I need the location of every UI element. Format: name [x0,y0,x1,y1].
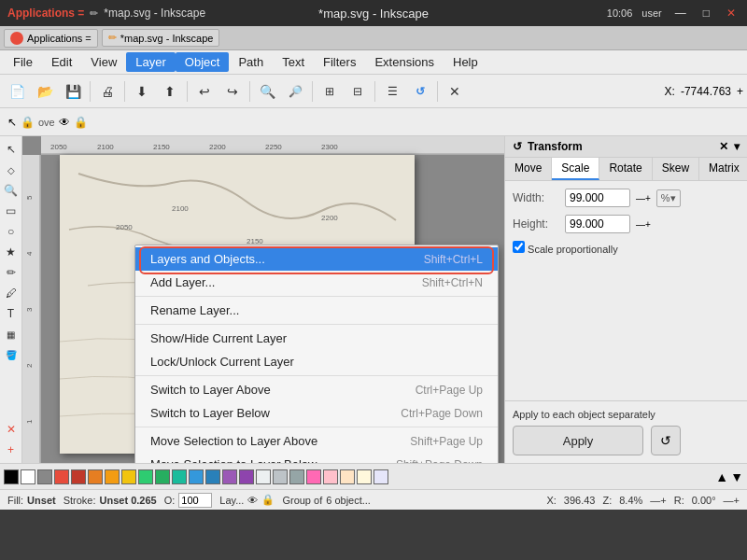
snap-btn[interactable]: ⊞ [317,78,343,105]
menu-edit[interactable]: Edit [42,52,81,72]
height-field-row: Height: —+ [513,215,740,233]
star-tool[interactable]: ★ [2,243,21,261]
color-red[interactable] [54,469,69,484]
new-btn[interactable]: 📄 [4,78,30,105]
menu-extensions[interactable]: Extensions [365,52,444,72]
plus-minus-icon: —+ [650,495,666,506]
gradient-tool[interactable]: ▦ [2,325,21,343]
zoom-tool[interactable]: 🔍 [2,181,21,200]
width-unit-select[interactable]: %▾ [656,189,681,207]
menu-item-move-sel-below[interactable]: Move Selection to Layer Below Shift+Page… [135,453,498,463]
text-tool[interactable]: T [2,304,21,323]
menu-item-lock-layer[interactable]: Lock/Unlock Current Layer [135,350,498,373]
color-lavender[interactable] [374,469,388,484]
item-label: Switch to Layer Below [150,406,270,420]
menu-item-switch-above[interactable]: Switch to Layer Above Ctrl+Page Up [135,378,498,401]
svg-text:2200: 2200 [209,143,226,151]
color-cream[interactable] [357,469,372,484]
stroke-label: Stroke: [63,495,96,506]
color-darkpurple[interactable] [239,469,254,484]
color-gray[interactable] [37,469,52,484]
color-purple[interactable] [222,469,237,484]
open-btn[interactable]: 📂 [32,78,58,105]
color-white[interactable] [21,469,35,484]
color-silver[interactable] [273,469,288,484]
node-tool[interactable]: ◇ [2,161,21,179]
width-input[interactable] [565,189,630,207]
import-btn[interactable]: ⬇ [129,78,155,105]
menu-item-show-hide-layer[interactable]: Show/Hide Current Layer [135,327,498,350]
move-label: ove [38,117,55,128]
plus-icon[interactable]: + [2,441,21,459]
canvas-area[interactable]: 2050 2100 2150 2200 2250 2300 5 4 3 2 1 [22,136,504,463]
print-btn[interactable]: 🖨 [94,78,120,105]
tab-matrix[interactable]: Matrix [699,158,747,180]
menu-item-move-sel-above[interactable]: Move Selection to Layer Above Shift+Page… [135,429,498,453]
main-toolbar: 📄 📂 💾 🖨 ⬇ ⬆ ↩ ↪ 🔍 🔎 ⊞ ⊟ ☰ ↺ ✕ X: -7744.7… [0,75,747,108]
color-arrow-up[interactable]: ▲ [715,469,728,484]
taskbar-app-item[interactable]: Applications = [4,29,98,48]
menu-text[interactable]: Text [273,52,314,72]
height-input[interactable] [565,215,630,233]
save-btn[interactable]: 💾 [60,78,86,105]
snap2-btn[interactable]: ⊟ [345,78,371,105]
menu-filters[interactable]: Filters [314,52,365,72]
panel-close-icon[interactable]: ✕ [719,140,728,153]
color-arrow-down[interactable]: ▼ [730,469,743,484]
menu-object[interactable]: Object [176,52,230,72]
taskbar-inkscape-item[interactable]: ✏ *map.svg - Inkscape [102,29,220,47]
menu-view[interactable]: View [81,52,126,72]
opacity-input[interactable] [178,493,212,508]
menu-layer[interactable]: Layer [126,52,176,72]
menu-path[interactable]: Path [229,52,273,72]
tab-skew[interactable]: Skew [653,158,699,180]
minimize-btn[interactable]: — [671,7,690,20]
maximize-btn[interactable]: □ [699,7,713,20]
color-blue[interactable] [189,469,204,484]
fill-tool[interactable]: 🪣 [2,345,21,364]
color-green[interactable] [138,469,153,484]
color-lightgray[interactable] [256,469,271,484]
color-darkblue[interactable] [205,469,220,484]
color-bisque[interactable] [340,469,355,484]
sep4 [249,81,250,102]
undo-btn[interactable]: ↩ [191,78,218,105]
redo-btn[interactable]: ↪ [219,78,246,105]
menu-help[interactable]: Help [444,52,487,72]
export-btn[interactable]: ⬆ [157,78,183,105]
pencil-tool[interactable]: ✏ [2,263,21,282]
rect-tool[interactable]: ▭ [2,202,21,220]
zoom-in-btn[interactable]: 🔍 [254,78,280,105]
color-darkred[interactable] [71,469,86,484]
select-tool[interactable]: ↖ [2,140,21,159]
color-yellow[interactable] [121,469,136,484]
color-darkgreen[interactable] [155,469,170,484]
color-black[interactable] [4,469,19,484]
color-orange[interactable] [88,469,103,484]
close-btn[interactable]: ✕ [723,7,740,20]
apply-button[interactable]: Apply [513,426,643,455]
menu-file[interactable]: File [4,52,42,72]
panel-menu-icon[interactable]: ▾ [734,140,740,153]
align-btn[interactable]: ☰ [379,78,405,105]
pen-tool[interactable]: 🖊 [2,284,21,302]
close-panel-btn[interactable]: ✕ [442,78,468,105]
color-yellow-orange[interactable] [105,469,120,484]
tab-rotate[interactable]: Rotate [599,158,652,180]
close-icon[interactable]: ✕ [2,420,21,439]
menu-item-rename-layer[interactable]: Rename Layer... [135,299,498,322]
color-medgray[interactable] [289,469,304,484]
scale-proportionally-checkbox[interactable] [513,241,525,253]
tab-move[interactable]: Move [505,158,552,180]
circle-tool[interactable]: ○ [2,222,21,241]
menu-item-layers-objects[interactable]: Layers and Objects... Shift+Ctrl+L [135,247,498,271]
color-lightpink[interactable] [323,469,338,484]
transform-btn[interactable]: ↺ [407,78,433,105]
color-teal[interactable] [172,469,187,484]
zoom-out-btn[interactable]: 🔎 [282,78,308,105]
color-pink[interactable] [306,469,321,484]
tab-scale[interactable]: Scale [552,158,599,180]
menu-item-switch-below[interactable]: Switch to Layer Below Ctrl+Page Down [135,401,498,425]
menu-item-add-layer[interactable]: Add Layer... Shift+Ctrl+N [135,271,498,294]
reset-button[interactable]: ↺ [651,426,681,455]
